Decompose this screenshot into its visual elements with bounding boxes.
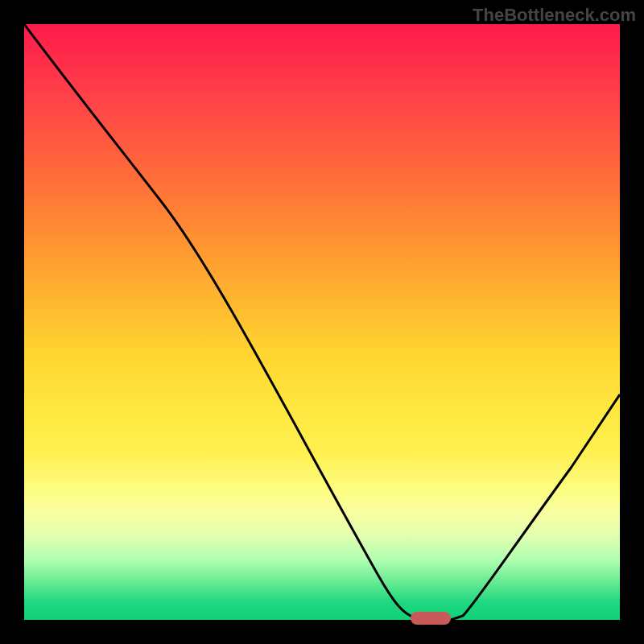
curve-svg bbox=[24, 24, 620, 620]
optimal-marker bbox=[411, 612, 451, 625]
watermark-label: TheBottleneck.com bbox=[473, 5, 636, 26]
bottleneck-chart bbox=[24, 24, 620, 620]
bottleneck-curve-path bbox=[24, 24, 620, 620]
